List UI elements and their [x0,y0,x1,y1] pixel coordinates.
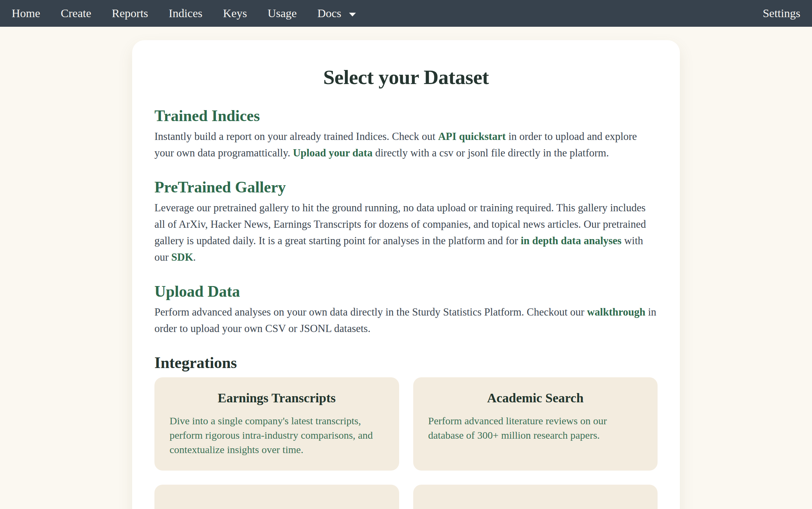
integrations-heading: Integrations [154,353,658,372]
page-title: Select your Dataset [154,66,658,89]
section-upload-data: Upload Data Perform advanced analyses on… [154,282,658,337]
integration-card-description: Dive into a single company's latest tran… [170,414,384,457]
integration-card-title: Earnings Transcripts [170,390,384,405]
nav-right: Settings [763,0,800,27]
integration-card-title: Academic Search [428,390,643,405]
section-pretrained-gallery: PreTrained Gallery Leverage our pretrain… [154,178,658,265]
paragraph-text: directly with a csv or jsonl file direct… [372,147,609,159]
integration-card-partial-right[interactable] [413,485,658,509]
pretrained-gallery-heading: PreTrained Gallery [154,178,658,197]
dataset-selection-card: Select your Dataset Trained Indices Inst… [132,40,680,509]
nav-item-home[interactable]: Home [12,0,40,27]
nav-item-settings[interactable]: Settings [763,7,800,20]
in-depth-data-analyses-link[interactable]: in depth data analyses [521,235,622,247]
upload-data-paragraph: Perform advanced analyses on your own da… [154,304,658,337]
nav-item-docs-dropdown[interactable]: Docs [317,0,356,27]
section-integrations: Integrations Earnings Transcripts Dive i… [154,353,658,509]
nav-item-docs-label: Docs [317,0,341,27]
api-quickstart-link[interactable]: API quickstart [438,130,506,142]
integration-card-academic-search[interactable]: Academic Search Perform advanced literat… [413,377,658,471]
upload-your-data-link[interactable]: Upload your data [293,147,372,159]
walkthrough-link[interactable]: walkthrough [587,306,645,318]
upload-data-heading: Upload Data [154,282,658,301]
chevron-down-icon [349,13,356,16]
paragraph-text: . [193,251,196,263]
top-navbar: Home Create Reports Indices Keys Usage D… [0,0,812,27]
nav-links: Home Create Reports Indices Keys Usage D… [12,0,356,27]
sdk-link[interactable]: SDK [171,251,193,263]
nav-item-keys[interactable]: Keys [223,0,247,27]
trained-indices-paragraph: Instantly build a report on your already… [154,128,658,161]
pretrained-gallery-paragraph: Leverage our pretrained gallery to hit t… [154,200,658,265]
trained-indices-heading: Trained Indices [154,106,658,126]
integrations-grid: Earnings Transcripts Dive into a single … [154,377,658,509]
paragraph-text: Instantly build a report on your already… [154,130,438,142]
nav-item-create[interactable]: Create [61,0,91,27]
nav-item-usage[interactable]: Usage [268,0,297,27]
paragraph-text: Perform advanced analyses on your own da… [154,306,587,318]
section-trained-indices: Trained Indices Instantly build a report… [154,106,658,161]
nav-item-indices[interactable]: Indices [169,0,202,27]
integration-card-partial-left[interactable] [154,485,399,509]
integration-card-earnings-transcripts[interactable]: Earnings Transcripts Dive into a single … [154,377,399,471]
nav-item-reports[interactable]: Reports [112,0,148,27]
integration-card-description: Perform advanced literature reviews on o… [428,414,643,442]
